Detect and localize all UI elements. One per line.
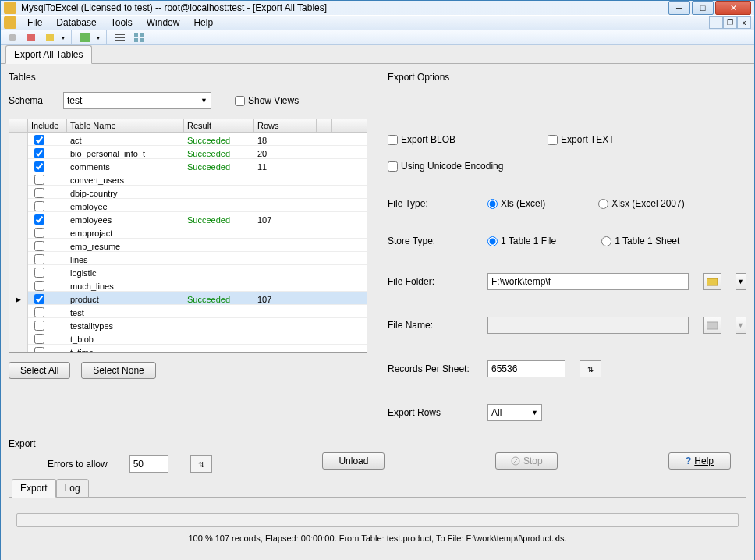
errors-input[interactable]	[129, 455, 168, 473]
store-1sheet-radio[interactable]: 1 Table 1 Sheet	[601, 236, 679, 246]
file-type-xlsx-radio[interactable]: Xlsx (Excel 2007)	[598, 198, 684, 209]
table-row[interactable]: commentsSucceeded11	[9, 159, 367, 172]
help-button[interactable]: ? Help	[668, 452, 731, 470]
file-type-row: File Type: Xls (Excel) Xlsx (Excel 2007)	[388, 198, 746, 209]
errors-row: Errors to allow ⇅	[48, 455, 212, 473]
row-name: comments	[67, 162, 184, 172]
table-row[interactable]: actSucceeded18	[9, 133, 367, 146]
row-rows: 107	[254, 295, 317, 304]
table-row[interactable]: testalltypes	[9, 318, 367, 331]
svg-rect-8	[140, 33, 144, 37]
schema-combo[interactable]: test ▼	[63, 92, 211, 109]
menu-tools[interactable]: Tools	[105, 16, 139, 30]
select-all-button[interactable]: Select All	[9, 362, 70, 379]
schema-row: Schema test ▼ Show Views	[9, 92, 367, 109]
export-text-checkbox[interactable]: Export TEXT	[548, 134, 614, 145]
menu-database[interactable]: Database	[50, 16, 102, 30]
svg-rect-1	[27, 34, 35, 41]
row-name: t_time	[67, 348, 184, 353]
select-none-button[interactable]: Select None	[81, 362, 155, 379]
records-per-sheet-label: Records Per Sheet:	[388, 363, 473, 374]
col-result[interactable]: Result	[184, 119, 254, 132]
options-title: Export Options	[388, 72, 746, 83]
minimize-button[interactable]: ─	[668, 1, 690, 15]
table-row[interactable]: convert_users	[9, 172, 367, 186]
row-name: employee	[67, 202, 184, 211]
table-row[interactable]: employee	[9, 199, 367, 212]
col-rows[interactable]: Rows	[254, 119, 317, 132]
mdi-close-button[interactable]: x	[737, 16, 751, 29]
mdi-restore-button[interactable]: ❐	[723, 16, 737, 29]
tables-grid[interactable]: Include Table Name Result Rows actSuccee…	[9, 119, 367, 353]
row-name: logistic	[67, 268, 184, 278]
row-name: empprojact	[67, 229, 184, 238]
table-row[interactable]: logistic	[9, 265, 367, 278]
col-table-name[interactable]: Table Name	[67, 119, 184, 132]
row-rows: 18	[254, 136, 317, 145]
table-row[interactable]: much_lines	[9, 278, 367, 292]
show-views-checkbox[interactable]: Show Views	[235, 95, 299, 106]
show-views-input[interactable]	[235, 96, 245, 106]
toolbar-dropdown-arrow-2[interactable]: ▾	[97, 34, 100, 41]
progress-bar	[16, 513, 739, 527]
row-name: employees	[67, 215, 184, 225]
toolbar-wizard-icon[interactable]	[5, 30, 19, 44]
menu-file[interactable]: File	[21, 16, 48, 30]
col-gutter	[9, 119, 28, 132]
table-row[interactable]: emp_resume	[9, 239, 367, 252]
export-rows-value: All	[491, 407, 502, 418]
svg-rect-4	[115, 34, 125, 35]
errors-spin-button[interactable]: ⇅	[190, 455, 212, 473]
progress-area: 100 % 107 records, Elapsed: 00:00:00. Fr…	[9, 504, 746, 552]
export-blob-checkbox[interactable]: Export BLOB	[388, 134, 455, 145]
file-folder-input[interactable]	[487, 273, 689, 290]
toolbar-grid-icon[interactable]	[132, 30, 146, 44]
col-spare	[317, 119, 332, 132]
mdi-minimize-button[interactable]: -	[709, 16, 723, 29]
table-row[interactable]: bio_personal_info_tSucceeded20	[9, 146, 367, 159]
file-dropdown-button: ▼	[736, 317, 746, 334]
tab-export[interactable]: Export	[12, 479, 56, 498]
browse-folder-button[interactable]	[703, 273, 721, 290]
file-icon	[707, 321, 718, 330]
toolbar-query-icon[interactable]	[78, 30, 92, 44]
records-spin-button[interactable]: ⇅	[580, 360, 601, 377]
store-1file-radio[interactable]: 1 Table 1 File	[487, 236, 556, 246]
table-row[interactable]: employeesSucceeded107	[9, 212, 367, 225]
bottom-tabs: Export Log	[9, 479, 746, 498]
document-tabs: Export All Tables	[1, 45, 754, 64]
export-rows-combo[interactable]: All ▼	[487, 404, 542, 421]
toolbar-import-icon[interactable]	[24, 30, 38, 44]
chevron-down-icon: ▼	[200, 97, 207, 105]
svg-rect-11	[707, 278, 718, 285]
toolbar-dropdown-arrow[interactable]: ▾	[62, 34, 65, 41]
table-row[interactable]: t_time	[9, 345, 367, 353]
table-row[interactable]: empprojact	[9, 225, 367, 239]
menubar: File Database Tools Window Help - ❐ x	[1, 15, 754, 30]
table-row[interactable]: test	[9, 305, 367, 318]
unload-button[interactable]: Unload	[322, 452, 385, 470]
tab-log[interactable]: Log	[56, 479, 89, 498]
unicode-checkbox[interactable]: Using Unicode Encoding	[388, 161, 503, 172]
store-type-row: Store Type: 1 Table 1 File 1 Table 1 She…	[388, 236, 746, 246]
window-title: MysqlToExcel (Licensed to test) -- root@…	[21, 2, 668, 13]
col-include[interactable]: Include	[28, 119, 67, 132]
close-button[interactable]: ✕	[715, 1, 751, 15]
records-per-sheet-input[interactable]	[487, 360, 565, 377]
tab-export-all-tables[interactable]: Export All Tables	[5, 45, 92, 64]
maximize-button[interactable]: □	[692, 1, 714, 15]
menu-window[interactable]: Window	[140, 16, 186, 30]
row-name: product	[67, 295, 184, 304]
menu-help[interactable]: Help	[187, 16, 219, 30]
file-type-xls-radio[interactable]: Xls (Excel)	[487, 198, 545, 209]
folder-dropdown-button[interactable]: ▼	[736, 273, 746, 290]
table-row[interactable]: lines	[9, 252, 367, 265]
toolbar-export-icon[interactable]	[43, 30, 57, 44]
table-row[interactable]: dbip-country	[9, 186, 367, 199]
table-row[interactable]: productSucceeded107	[9, 292, 367, 305]
file-name-label: File Name:	[388, 320, 473, 331]
table-header: Include Table Name Result Rows	[9, 119, 367, 133]
table-row[interactable]: t_blob	[9, 331, 367, 345]
toolbar-browse-icon[interactable]	[113, 30, 127, 44]
row-include[interactable]	[28, 345, 67, 353]
